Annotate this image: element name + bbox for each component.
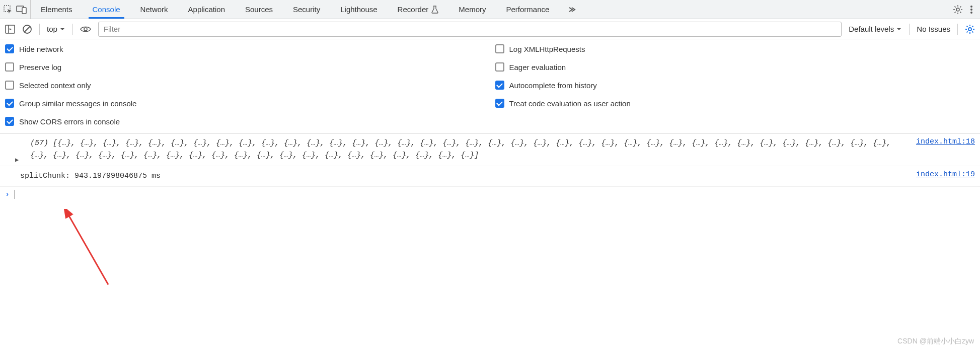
chk-preserve-log[interactable]: Preserve log xyxy=(5,62,490,72)
tab-network[interactable]: Network xyxy=(130,0,178,19)
array-count: (57) xyxy=(30,139,48,148)
chk-log-xhr[interactable]: Log XMLHttpRequests xyxy=(495,44,981,53)
tab-recorder-label: Recorder xyxy=(398,5,429,14)
checkbox-icon xyxy=(495,44,504,53)
toolbar-divider xyxy=(72,24,73,35)
console-settings-panel: Hide network Preserve log Selected conte… xyxy=(0,39,980,133)
annotation-arrow xyxy=(60,209,121,290)
checkbox-label: Hide network xyxy=(19,45,63,53)
settings-column-right: Log XMLHttpRequests Eager evaluation Aut… xyxy=(490,44,981,126)
chevron-down-icon xyxy=(59,26,65,32)
chk-eager-eval[interactable]: Eager evaluation xyxy=(495,62,981,72)
flask-icon xyxy=(431,6,438,14)
checkbox-icon xyxy=(5,62,14,72)
tab-memory[interactable]: Memory xyxy=(448,0,496,19)
checkbox-icon xyxy=(495,99,504,108)
toolbar-divider xyxy=(39,24,40,35)
expand-arrow-icon[interactable]: ▶ xyxy=(15,156,19,164)
checkbox-label: Log XMLHttpRequests xyxy=(509,45,585,53)
sidebar-toggle-icon[interactable] xyxy=(5,25,15,34)
console-message: index.html:18 ▶ (57) [{…}, {…}, {…}, {…}… xyxy=(0,133,980,166)
checkbox-label: Eager evaluation xyxy=(509,63,566,72)
svg-point-5 xyxy=(970,6,972,8)
checkbox-label: Treat code evaluation as user action xyxy=(509,99,631,108)
filter-input[interactable] xyxy=(98,22,842,37)
tab-recorder[interactable]: Recorder xyxy=(388,0,449,19)
clear-console-icon[interactable] xyxy=(22,24,32,34)
toolbar-divider xyxy=(957,24,958,35)
console-toolbar: top Default levels No Issues xyxy=(0,19,980,39)
chk-selected-context[interactable]: Selected context only xyxy=(5,81,490,90)
tabs-container: Elements Console Network Application Sou… xyxy=(31,0,946,19)
toolbar-divider xyxy=(909,24,910,35)
checkbox-icon xyxy=(5,81,14,90)
inspect-icon[interactable] xyxy=(3,5,13,15)
checkbox-icon xyxy=(5,117,14,126)
checkbox-icon xyxy=(495,81,504,90)
checkbox-label: Show CORS errors in console xyxy=(19,117,120,126)
chevron-down-icon xyxy=(896,26,902,32)
tab-console[interactable]: Console xyxy=(83,0,130,19)
chk-autocomplete-history[interactable]: Autocomplete from history xyxy=(495,81,981,90)
settings-gear-icon[interactable] xyxy=(953,5,963,15)
chk-treat-user-action[interactable]: Treat code evaluation as user action xyxy=(495,99,981,108)
text-cursor xyxy=(15,190,15,199)
checkbox-label: Group similar messages in console xyxy=(19,99,136,108)
tab-performance[interactable]: Performance xyxy=(496,0,559,19)
checkbox-icon xyxy=(495,62,504,72)
context-label: top xyxy=(47,25,57,33)
svg-rect-2 xyxy=(22,8,26,14)
issues-counter[interactable]: No Issues xyxy=(917,25,950,33)
svg-point-4 xyxy=(956,8,959,11)
console-settings-gear-icon[interactable] xyxy=(965,24,975,34)
console-prompt[interactable]: › xyxy=(0,187,980,202)
device-toolbar-icon[interactable] xyxy=(16,5,27,15)
levels-label: Default levels xyxy=(849,25,894,33)
live-expression-icon[interactable] xyxy=(80,25,91,33)
tab-elements[interactable]: Elements xyxy=(31,0,83,19)
svg-point-6 xyxy=(970,9,972,11)
chk-hide-network[interactable]: Hide network xyxy=(5,44,490,53)
execution-context-select[interactable]: top xyxy=(47,25,65,33)
tabbar-tools-left xyxy=(0,0,31,19)
chk-group-similar[interactable]: Group similar messages in console xyxy=(5,99,490,108)
array-body: [{…}, {…}, {…}, {…}, {…}, {…}, {…}, {…},… xyxy=(30,139,891,160)
chk-cors-errors[interactable]: Show CORS errors in console xyxy=(5,117,490,126)
log-levels-select[interactable]: Default levels xyxy=(849,25,902,33)
svg-line-14 xyxy=(68,214,108,285)
prompt-arrow-icon: › xyxy=(5,190,10,199)
svg-point-12 xyxy=(84,28,87,31)
watermark: CSDN @前端小小白zyw xyxy=(897,337,974,346)
tab-lighthouse[interactable]: Lighthouse xyxy=(330,0,387,19)
message-source-link[interactable]: index.html:19 xyxy=(916,170,975,179)
console-message: index.html:19 splitChunk: 943.1979980468… xyxy=(0,166,980,187)
kebab-menu-icon[interactable] xyxy=(970,5,973,15)
checkbox-icon xyxy=(5,44,14,53)
svg-point-7 xyxy=(970,12,972,14)
settings-column-left: Hide network Preserve log Selected conte… xyxy=(0,44,490,126)
checkbox-label: Preserve log xyxy=(19,63,61,72)
array-preview[interactable]: (57) [{…}, {…}, {…}, {…}, {…}, {…}, {…},… xyxy=(20,137,975,162)
svg-point-13 xyxy=(968,28,971,31)
checkbox-label: Autocomplete from history xyxy=(509,81,597,90)
tab-application[interactable]: Application xyxy=(178,0,235,19)
devtools-tabbar: Elements Console Network Application Sou… xyxy=(0,0,980,19)
message-source-link[interactable]: index.html:18 xyxy=(916,137,975,146)
more-tabs-button[interactable] xyxy=(559,0,583,19)
tabbar-tools-right xyxy=(946,0,980,19)
checkbox-icon xyxy=(5,99,14,108)
checkbox-label: Selected context only xyxy=(19,81,91,90)
tab-sources[interactable]: Sources xyxy=(235,0,283,19)
svg-line-11 xyxy=(25,26,30,32)
timing-output: splitChunk: 943.197998046875 ms xyxy=(20,170,975,182)
console-output: index.html:18 ▶ (57) [{…}, {…}, {…}, {…}… xyxy=(0,133,980,202)
tab-security[interactable]: Security xyxy=(283,0,330,19)
